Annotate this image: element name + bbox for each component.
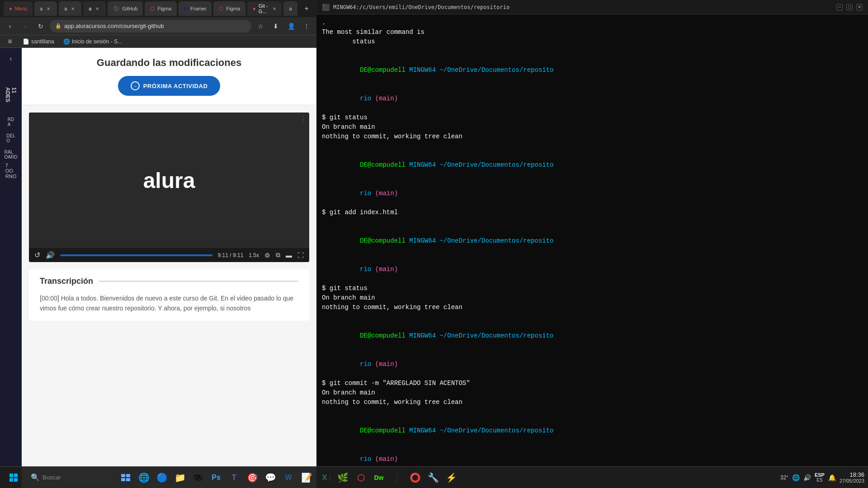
notification-icon[interactable]: 🔔	[828, 474, 836, 481]
term-prompt-1: DE@compudell MINGW64 ~/OneDrive/Document…	[322, 56, 863, 84]
git-bash-icon: ⬡	[357, 472, 365, 483]
volume-icon-tray[interactable]: 🔊	[803, 474, 811, 481]
taskbar-other1[interactable]: 🎯	[244, 469, 260, 486]
tab-framer[interactable]: ▷ Framer	[179, 1, 212, 16]
terminal-maximize[interactable]: □	[846, 4, 853, 10]
pip-icon[interactable]: ⧉	[276, 251, 280, 259]
taskbar-other2[interactable]: 📝	[298, 469, 315, 486]
settings-icon[interactable]: ⚙	[264, 252, 270, 259]
sidebar-ral[interactable]: RALOARD	[4, 147, 18, 162]
tab-close-a3[interactable]: ✕	[94, 5, 100, 12]
teams-icon: T	[232, 474, 236, 482]
rewind-button[interactable]: ↺	[34, 251, 40, 259]
taskbar-dw[interactable]: Dw	[371, 469, 387, 486]
tab-a2[interactable]: a ✕	[59, 1, 81, 16]
tab-figma1[interactable]: ⬡ Figma	[145, 1, 177, 16]
svg-rect-0	[9, 474, 13, 477]
taskbar-edge[interactable]: 🌐	[136, 469, 152, 486]
transcript-title: Transcripción	[40, 277, 93, 286]
windows-logo-icon	[9, 473, 18, 482]
video-progress-bar[interactable]	[60, 254, 212, 256]
taskbar-teams[interactable]: T	[226, 469, 242, 486]
start-button[interactable]	[4, 468, 24, 488]
term-path-3b: rio	[360, 266, 371, 273]
time-display-taskbar: 18:36	[849, 471, 864, 478]
language-indicator[interactable]: ESP ES	[815, 472, 825, 483]
browser-panel: ● Menú a ✕ a ✕ a ✕	[0, 0, 316, 488]
tab-git[interactable]: ● Git - G... ✕	[247, 1, 282, 16]
taskbar-other4[interactable]: 🔧	[425, 469, 441, 486]
sidebar-del[interactable]: DELO	[4, 131, 18, 145]
tab-figma2[interactable]: ⬡ Figma	[213, 1, 245, 16]
term-path-5b: rio	[360, 455, 371, 463]
terminal-minimize[interactable]: ─	[836, 4, 843, 10]
video-menu-button[interactable]: ⋮	[299, 114, 307, 124]
term-path-4: ~/OneDrive/Documentos/reposito	[439, 332, 553, 339]
rd-icon: RDA	[8, 117, 14, 127]
security-icon: 🔒	[55, 23, 61, 29]
terminal-body[interactable]: . The most similar command is status DE@…	[316, 14, 868, 488]
taskbar-excel[interactable]: X	[316, 469, 333, 486]
taskbar-other5[interactable]: ⚡	[443, 469, 459, 486]
term-branch-5: (main)	[375, 455, 398, 463]
taskbar-chrome[interactable]: 🔵	[154, 469, 170, 486]
network-icon[interactable]: 🌐	[792, 474, 800, 481]
taskbar-other3[interactable]: 🌿	[335, 469, 351, 486]
taskbar-search[interactable]: 🔍 Buscar	[25, 469, 116, 486]
sidebar-nav-left[interactable]: ‹	[4, 52, 18, 66]
term-out-1b: nothing to commit, working tree clean	[322, 132, 863, 141]
reload-button[interactable]: ↻	[34, 20, 47, 33]
taskbar-photoshop[interactable]: Ps	[208, 469, 224, 486]
fullscreen-icon[interactable]: ⛶	[297, 252, 304, 259]
url-bar[interactable]: 🔒 app.aluracursos.com/course/git-github	[50, 20, 251, 33]
sidebar-rd[interactable]: RDA	[4, 115, 18, 129]
sidebar-icon-7: 7OORNO	[5, 163, 16, 179]
taskbar-git-bash[interactable]: ⬡	[353, 469, 369, 486]
bookmark-button[interactable]: ☆	[254, 20, 267, 33]
tab-a4[interactable]: a	[283, 1, 297, 16]
bookmarks-list-button[interactable]: ≡	[4, 35, 16, 48]
term-line-status-suggest: status	[322, 37, 863, 47]
extensions-button[interactable]: ⋮	[300, 20, 313, 33]
taskbar-opera[interactable]: ⭕	[407, 469, 423, 486]
taskbar-vs[interactable]: ⋮	[389, 469, 405, 486]
vs-icon: ⋮	[392, 472, 401, 483]
terminal-title-text: MINGW64:/c/Users/emili/OneDrive/Document…	[333, 4, 509, 10]
activities-icon: ADES11	[5, 87, 17, 102]
bookmark-inicio[interactable]: 🌐 Inicio de sesión - S...	[61, 38, 125, 46]
full-layout: ● Menú a ✕ a ✕ a ✕	[0, 0, 868, 488]
taskbar-word[interactable]: W	[280, 469, 297, 486]
sidebar-activities[interactable]: ADES11	[4, 88, 18, 102]
taskbar-file-explorer[interactable]: 📁	[172, 469, 188, 486]
playback-speed[interactable]: 1.5x	[249, 252, 259, 258]
tab-close-a1[interactable]: ✕	[45, 5, 52, 12]
term-host-2: MINGW64	[409, 161, 436, 169]
forward-button[interactable]: ›	[19, 20, 32, 33]
tab-bar: ● Menú a ✕ a ✕ a ✕	[0, 0, 316, 17]
terminal-close[interactable]: ✕	[856, 4, 863, 10]
clock[interactable]: 18:36 27/05/2023	[840, 471, 864, 483]
tab-close-git[interactable]: ✕	[272, 5, 276, 12]
tab-menu[interactable]: ● Menú	[4, 1, 33, 16]
download-button[interactable]: ⬇	[269, 20, 282, 33]
video-screen[interactable]: alura	[29, 113, 309, 248]
volume-button[interactable]: 🔊	[46, 251, 55, 259]
back-button[interactable]: ‹	[4, 20, 16, 33]
taskbar-store[interactable]: 🛍	[190, 469, 206, 486]
theater-icon[interactable]: ▬	[286, 252, 292, 259]
tab-a3[interactable]: a ✕	[83, 1, 106, 16]
tab-close-a2[interactable]: ✕	[70, 5, 76, 12]
tab-github[interactable]: ⚫ GitHub	[108, 1, 143, 16]
rewind-icon: ↺	[34, 251, 40, 259]
task-view-button[interactable]	[118, 469, 134, 486]
system-tray: 32° 🌐 🔊 ESP ES 🔔 18:36 27/05/2023	[780, 471, 864, 483]
svg-rect-1	[14, 474, 18, 477]
tab-new[interactable]: +	[299, 1, 313, 16]
sidebar-7[interactable]: 7OORNO	[4, 164, 18, 178]
term-host-4: MINGW64	[409, 332, 436, 339]
bookmark-santillana[interactable]: 📄 santillana	[20, 38, 57, 46]
tab-a1[interactable]: a ✕	[34, 1, 57, 16]
profile-button[interactable]: 👤	[285, 20, 297, 33]
taskbar-discord[interactable]: 💬	[262, 469, 278, 486]
next-activity-button[interactable]: → PRÓXIMA ACTIVIDAD	[118, 76, 221, 96]
